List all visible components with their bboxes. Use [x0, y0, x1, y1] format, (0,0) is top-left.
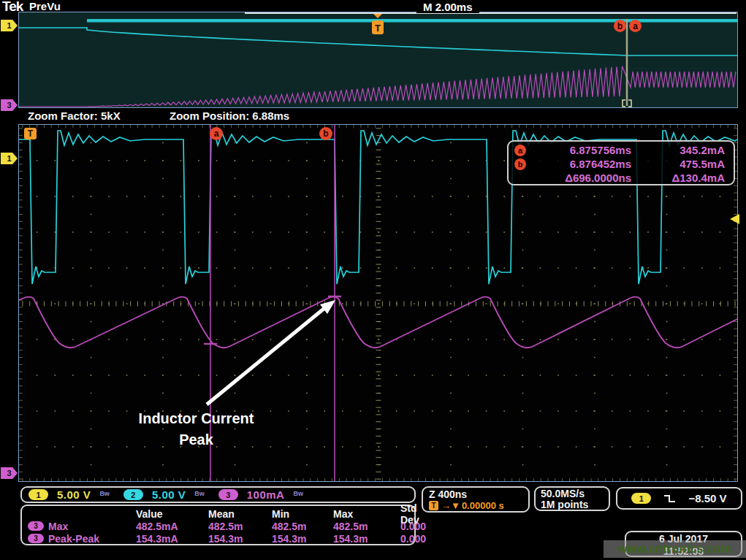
- meas-cell: 154.3m: [208, 533, 272, 545]
- zoom-factor-label: Zoom Factor: 5kX: [28, 110, 121, 122]
- trigger-t-icon: T: [372, 20, 384, 34]
- ch3-overview-trace: [19, 66, 736, 107]
- cursor-a-badge[interactable]: a: [629, 20, 642, 32]
- meas-header-max: Max: [333, 508, 400, 520]
- cursor-a-time: 6.875756ms: [536, 144, 631, 156]
- acquisition-readout[interactable]: 50.0MS/s 1M points: [534, 486, 610, 511]
- falling-edge-icon: [663, 494, 676, 504]
- zoom-position-label: Zoom Position: 6.88ms: [170, 110, 289, 122]
- trigger-t-icon: T: [429, 501, 438, 510]
- channel1-scale: 5.00 V: [57, 488, 91, 501]
- oscilloscope-screen: Tek PreVu M 2.00ms T b a Zoom Factor: 5k…: [0, 0, 746, 560]
- trigger-t-icon: T: [24, 128, 37, 139]
- channel3-badge: 3: [28, 521, 44, 531]
- meas-cell: 154.3mA: [136, 533, 208, 545]
- trigger-position-marker-icon[interactable]: [373, 13, 383, 18]
- overview-window: T b a: [18, 12, 738, 108]
- cursor-b-value: 475.5mA: [631, 158, 725, 170]
- channel2-scale: 5.00 V: [152, 488, 186, 501]
- zoom-waveform-window: T a b a 6.875756ms 345.2mA b 6.876452ms …: [18, 124, 738, 482]
- measurement-table[interactable]: Value Mean Min Max Std Dev 3 Max 482.5mA…: [20, 505, 416, 545]
- sample-rate-label: 50.0MS/s: [541, 488, 604, 499]
- channel3-readout[interactable]: 3 100mA Bw: [218, 488, 303, 501]
- trigger-readout[interactable]: 1 −8.50 V: [616, 487, 742, 510]
- channel2-readout[interactable]: 2 5.00 V Bw: [123, 488, 205, 501]
- channel1-position-tag[interactable]: 1: [1, 153, 18, 164]
- channel-scale-bar[interactable]: 1 5.00 V Bw 2 5.00 V Bw 3 100mA Bw: [20, 486, 416, 503]
- meas-cell: 0.000: [400, 521, 426, 532]
- bw-limit-icon: Bw: [194, 490, 205, 497]
- bw-limit-icon: Bw: [99, 490, 110, 497]
- cursor-a-value: 345.2mA: [631, 144, 725, 156]
- cursor-delta-value: Δ130.4mA: [631, 172, 725, 184]
- trigger-position-arrow-icon: →▼: [441, 500, 460, 511]
- svg-text:T: T: [375, 23, 381, 34]
- cursor-b-badge[interactable]: b: [319, 127, 332, 140]
- meas-row-label[interactable]: 3 Max: [28, 521, 136, 532]
- channel3-badge[interactable]: 3: [218, 489, 238, 500]
- meas-cell: 482.5mA: [136, 521, 208, 532]
- channel3-badge: 3: [28, 534, 44, 543]
- channel1-badge[interactable]: 1: [28, 489, 48, 500]
- meas-cell: 0.000: [400, 533, 426, 545]
- timebase-label: M 2.00ms: [416, 1, 479, 13]
- cursor-a-badge[interactable]: a: [210, 127, 223, 140]
- channel1-position-tag[interactable]: 1: [1, 20, 18, 31]
- cursor-b-badge: b: [514, 158, 526, 170]
- cursor-a-badge: a: [514, 145, 526, 156]
- meas-cell: 154.3m: [333, 533, 400, 545]
- watermark: www.cntronics.com: [604, 540, 746, 558]
- meas-header-min: Min: [272, 508, 333, 520]
- timebase-rule-line: [245, 12, 737, 14]
- trigger-level-arrow-icon[interactable]: [730, 214, 739, 224]
- channel3-position-tag[interactable]: 3: [1, 467, 18, 479]
- bw-limit-icon: Bw: [293, 490, 303, 497]
- meas-cell: 482.5m: [208, 521, 272, 532]
- meas-cell: 482.5m: [272, 521, 333, 532]
- cursor-b-badge[interactable]: b: [614, 20, 626, 32]
- annotation-text: Inductor Current Peak: [121, 408, 271, 450]
- zoom-status-bar: Zoom Factor: 5kX Zoom Position: 6.88ms: [0, 108, 746, 124]
- channel3-scale: 100mA: [247, 488, 285, 501]
- meas-cell: 154.3m: [272, 533, 333, 545]
- cursor-delta-time: Δ696.0000ns: [536, 172, 631, 184]
- annotation-arrow-line: [207, 309, 324, 404]
- trigger-source-badge: 1: [631, 493, 651, 504]
- cursor-readout-panel: a 6.875756ms 345.2mA b 6.876452ms 475.5m…: [507, 140, 735, 185]
- meas-cell: 482.5m: [333, 521, 400, 532]
- meas-header-value: Value: [136, 508, 208, 520]
- zoom-timebase-label: Z 400ns: [429, 489, 522, 500]
- annotation-line1: Inductor Current: [121, 408, 271, 429]
- channel1-readout[interactable]: 1 5.00 V Bw: [28, 488, 110, 501]
- cursor-b-time: 6.876452ms: [536, 158, 631, 170]
- trigger-delay-value: 0.00000 s: [462, 500, 504, 511]
- meas-header-mean: Mean: [208, 508, 272, 520]
- trigger-level-value: −8.50 V: [688, 492, 726, 505]
- channel2-badge[interactable]: 2: [123, 489, 143, 500]
- horizontal-zoom-readout[interactable]: Z 400ns T →▼ 0.00000 s: [422, 486, 530, 513]
- annotation-line2: Peak: [121, 429, 271, 450]
- meas-row-label[interactable]: 3 Peak-Peak: [28, 533, 136, 545]
- acquisition-mode-label: PreVu: [29, 0, 61, 12]
- record-length-label: 1M points: [541, 499, 604, 510]
